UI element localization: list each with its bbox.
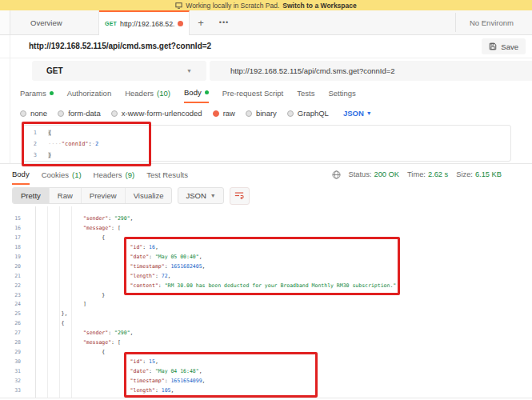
sidebar-edge: [0, 10, 10, 34]
headers-count: (10): [157, 89, 170, 98]
response-tab-cookies[interactable]: Cookies (1): [42, 164, 82, 185]
code-text: }: [48, 150, 51, 161]
request-body-editor[interactable]: 1{2····"connId":·23}: [22, 125, 511, 162]
line-number: 2: [22, 138, 37, 150]
tab-request-active[interactable]: GET http://192.168.52.115/a: [99, 10, 190, 35]
code-text: "id": 15,: [42, 358, 158, 367]
save-button[interactable]: Save: [482, 38, 526, 54]
save-icon: [489, 42, 497, 50]
body-active-dot: [205, 90, 209, 94]
line-number: 17: [0, 234, 21, 243]
mode-raw[interactable]: raw: [213, 109, 235, 118]
code-line: 15 "sender": "290",: [0, 214, 532, 224]
cookies-count: (1): [72, 170, 82, 179]
code-line: 1{: [22, 127, 510, 138]
response-meta: Status: 200 OK Time: 2.62 s Size: 6.15 K…: [332, 164, 532, 185]
code-line: 25 },: [0, 310, 532, 319]
tab-tests[interactable]: Tests: [297, 83, 314, 103]
url-row: GET ▼ http://192.168.52.115/api/cmd.sms.…: [0, 58, 532, 83]
mode-form-data[interactable]: form-data: [58, 109, 101, 118]
code-text: },: [42, 310, 67, 319]
response-headers-count: (9): [126, 170, 135, 179]
view-visualize[interactable]: Visualize: [126, 188, 172, 203]
body-language-dropdown[interactable]: JSON ▼: [343, 109, 372, 118]
tab-params[interactable]: Params: [20, 83, 54, 103]
code-line: 23 }: [0, 291, 532, 301]
globe-icon: [332, 170, 341, 179]
code-line: 20 "timestamp": 1651682405,: [0, 262, 532, 272]
code-text: "date": "May 04 16:48",: [42, 367, 202, 377]
tab-settings[interactable]: Settings: [328, 83, 355, 103]
code-line: 30 "id": 15,: [0, 358, 532, 367]
tab-headers[interactable]: Headers (10): [125, 83, 170, 103]
code-text: }: [42, 291, 105, 301]
plus-icon: +: [198, 17, 204, 29]
save-label: Save: [501, 42, 518, 51]
view-raw[interactable]: Raw: [50, 188, 82, 203]
line-number: 18: [0, 243, 21, 253]
code-line: 21 "length": 72,: [0, 272, 532, 282]
code-line: 27 "sender": "290",: [0, 329, 532, 338]
code-text: ]: [42, 300, 86, 310]
line-number: 27: [0, 329, 21, 338]
chevron-down-icon: ▼: [366, 110, 372, 116]
environment-zone: No Environm: [455, 10, 532, 34]
wrap-text-button[interactable]: [230, 187, 250, 205]
tab-bar: Overview GET http://192.168.52.115/a + •…: [0, 10, 532, 34]
line-number: 31: [0, 367, 21, 377]
line-number: 16: [0, 224, 21, 234]
response-view-row: Pretty Raw Preview Visualize JSON ▼: [0, 185, 532, 206]
environment-selector[interactable]: No Environm: [470, 18, 532, 27]
switch-workspace-link[interactable]: Switch to a Workspace: [282, 2, 356, 10]
response-tab-body[interactable]: Body: [12, 164, 30, 185]
code-line: 2····"connId":·2: [22, 138, 510, 150]
tab-pre-request-script[interactable]: Pre-request Script: [222, 83, 284, 103]
response-language-dropdown[interactable]: JSON ▼: [178, 187, 223, 204]
line-number: 28: [0, 338, 21, 348]
radio-icon: [20, 110, 26, 117]
tab-overview-label: Overview: [30, 18, 62, 27]
view-pretty[interactable]: Pretty: [13, 188, 50, 203]
unsaved-changes-dot: [178, 21, 183, 26]
url-value: http://192.168.52.115/api/cmd.sms.get?co…: [230, 66, 395, 75]
code-line: 31 "date": "May 04 16:48",: [0, 367, 532, 377]
line-number: 26: [0, 319, 21, 329]
line-number: 23: [0, 291, 21, 301]
method-dropdown[interactable]: GET ▼: [32, 61, 206, 81]
mode-x-www-form-urlencoded[interactable]: x-www-form-urlencoded: [111, 109, 202, 118]
request-title: http://192.168.52.115/api/cmd.sms.get?co…: [29, 42, 211, 50]
url-input[interactable]: http://192.168.52.115/api/cmd.sms.get?co…: [210, 61, 532, 81]
code-text: "message": [: [42, 224, 121, 234]
code-text: "id": 16,: [42, 243, 158, 253]
tab-body[interactable]: Body: [184, 83, 209, 103]
response-body-viewer[interactable]: 15 "sender": "290",16 "message": [17 {18…: [0, 206, 532, 400]
mode-graphql[interactable]: GraphQL: [287, 109, 329, 118]
response-tab-test-results[interactable]: Test Results: [146, 164, 188, 185]
tab-options-button[interactable]: •••: [212, 10, 236, 34]
code-line: 26 {: [0, 319, 532, 329]
code-line: 24 ]: [0, 300, 532, 310]
view-preview[interactable]: Preview: [82, 188, 126, 203]
code-line: 17 {: [0, 234, 532, 243]
code-line: 22 "content": "RM 30.00 has been deducte…: [0, 282, 532, 291]
line-number: 15: [0, 214, 21, 224]
mode-binary[interactable]: binary: [246, 109, 277, 118]
request-tabs: Params Authorization Headers (10) Body P…: [0, 83, 532, 103]
time-value: 2.62 s: [428, 170, 448, 178]
postman-window: Working locally in Scratch Pad. Switch t…: [0, 0, 532, 400]
code-text: "timestamp": 1651654099,: [42, 377, 206, 386]
response-tab-headers[interactable]: Headers (9): [94, 164, 135, 185]
tab-overview[interactable]: Overview: [10, 10, 99, 34]
tab-authorization[interactable]: Authorization: [67, 83, 111, 103]
code-line: 16 "message": [: [0, 224, 532, 234]
method-value: GET: [46, 66, 63, 75]
line-number: 29: [0, 348, 21, 358]
code-text: "timestamp": 1651682405,: [42, 262, 206, 272]
radio-selected-icon: [213, 110, 219, 117]
code-text: "message": [: [42, 338, 121, 348]
mode-none[interactable]: none: [20, 109, 47, 118]
line-number: 21: [0, 272, 21, 282]
view-mode-segmented-control: Pretty Raw Preview Visualize: [12, 187, 172, 204]
new-tab-button[interactable]: +: [190, 10, 212, 34]
request-title-row: http://192.168.52.115/api/cmd.sms.get?co…: [0, 35, 532, 58]
